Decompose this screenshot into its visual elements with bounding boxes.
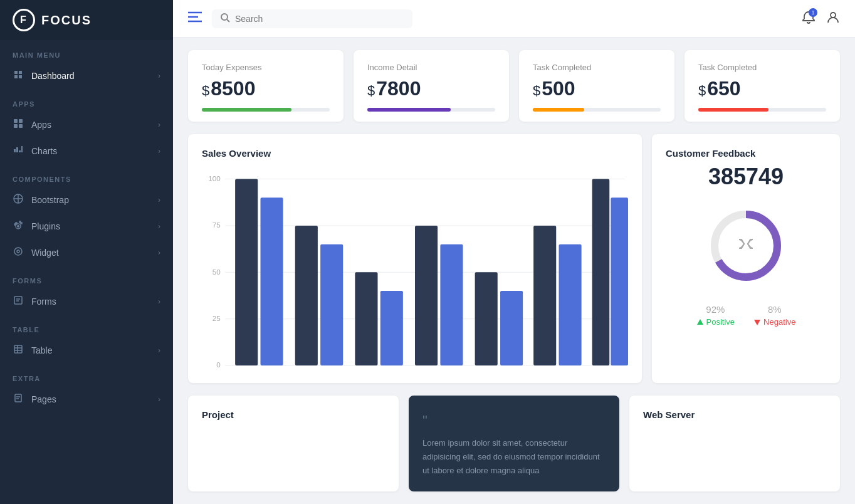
sidebar-item-widget[interactable]: Widget › <box>0 239 173 266</box>
sidebar-label-plugins: Plugins <box>31 221 60 231</box>
apps-label: APPS <box>0 89 173 112</box>
apps-icon <box>13 118 24 131</box>
positive-pct: 92% <box>706 304 725 315</box>
donut-chart <box>705 205 787 286</box>
stat-card-title-2: Task Completed <box>533 63 661 72</box>
chevron-icon: › <box>158 71 160 80</box>
svg-marker-45 <box>697 319 703 325</box>
svg-point-23 <box>221 14 228 20</box>
quote-text: Lorem ipsum dolor sit amet, consectetur … <box>422 436 606 478</box>
widget-icon <box>13 246 24 259</box>
sidebar-item-table[interactable]: Table › <box>0 337 173 364</box>
progress-bar-2 <box>533 108 661 112</box>
chevron-icon: › <box>158 346 160 355</box>
sidebar-label-charts: Charts <box>31 146 57 156</box>
svg-text:0: 0 <box>216 360 221 369</box>
bar-blue-2 <box>380 291 403 365</box>
svg-rect-2 <box>14 124 18 128</box>
negative-label: Negative <box>753 317 795 327</box>
svg-point-9 <box>17 250 19 253</box>
stat-card-value-0: $8500 <box>202 77 330 100</box>
bar-blue-3 <box>440 244 463 365</box>
components-label: COMPONENTS <box>0 164 173 187</box>
chevron-icon: › <box>158 248 160 257</box>
extra-label: EXTRA <box>0 364 173 386</box>
bar-dark-0 <box>235 179 258 366</box>
sidebar-label-dashboard: Dashboard <box>31 71 75 81</box>
svg-rect-1 <box>19 119 23 123</box>
svg-marker-46 <box>754 320 760 325</box>
plugins-icon <box>13 220 24 233</box>
stat-card-value-3: $650 <box>698 77 826 100</box>
user-profile-button[interactable] <box>826 11 840 27</box>
stat-card-value-2: $500 <box>533 77 661 100</box>
bar-dark-4 <box>475 272 498 365</box>
bootstrap-icon <box>13 194 24 206</box>
bar-dark-3 <box>415 226 438 365</box>
main-menu-label: MAIN MENU <box>0 40 173 63</box>
server-card: Web Server <box>629 396 840 491</box>
feedback-stats: 92% Positive 8% Negative <box>696 304 796 327</box>
sidebar-item-forms[interactable]: Forms › <box>0 288 173 315</box>
sidebar-label-forms: Forms <box>31 297 56 307</box>
svg-point-25 <box>831 13 836 18</box>
customer-feedback-card: Customer Feedback 385749 <box>652 134 840 383</box>
bar-chart-svg: 100 75 50 25 0 <box>202 169 628 369</box>
sales-overview-title: Sales Overview <box>202 148 628 159</box>
sidebar: F FOCUS MAIN MENU Dashboard › APPS Apps … <box>0 0 173 504</box>
quote-card: " Lorem ipsum dolor sit amet, consectetu… <box>409 396 619 491</box>
bar-dark-5 <box>533 226 556 365</box>
stat-card-income-detail: Income Detail $7800 <box>354 50 509 122</box>
svg-rect-0 <box>14 119 18 123</box>
stat-card-title-0: Today Expenses <box>202 63 330 72</box>
sidebar-item-bootstrap[interactable]: Bootstrap › <box>0 187 173 213</box>
search-bar[interactable] <box>212 9 412 28</box>
bar-dark-6 <box>592 179 610 366</box>
header: 1 <box>173 0 855 38</box>
positive-label: Positive <box>696 317 735 327</box>
logo-name: FOCUS <box>41 13 92 28</box>
bar-blue-5 <box>559 244 582 365</box>
header-right: 1 <box>802 11 840 27</box>
chevron-icon: › <box>158 196 160 204</box>
search-input[interactable] <box>235 14 404 24</box>
sidebar-label-bootstrap: Bootstrap <box>31 195 69 205</box>
svg-text:75: 75 <box>212 221 221 229</box>
chevron-icon: › <box>158 395 160 404</box>
progress-fill-1 <box>367 108 451 112</box>
pages-icon <box>13 393 24 406</box>
progress-bar-3 <box>698 108 826 112</box>
sidebar-label-apps: Apps <box>31 120 51 130</box>
sidebar-label-widget: Widget <box>31 248 59 258</box>
bar-dark-1 <box>295 226 318 365</box>
dashboard-icon <box>13 70 24 82</box>
sidebar-label-table: Table <box>31 345 52 355</box>
notification-badge: 1 <box>809 8 817 17</box>
forms-icon <box>13 295 24 308</box>
hamburger-button[interactable] <box>188 11 202 26</box>
negative-stat: 8% Negative <box>753 304 795 327</box>
svg-line-24 <box>227 19 229 22</box>
charts-icon <box>13 145 24 157</box>
mid-row: Sales Overview 100 75 50 25 0 <box>188 134 840 383</box>
sidebar-label-pages: Pages <box>31 394 56 404</box>
logo-icon: F <box>13 9 35 31</box>
main-area: 1 Today Expenses $8500 Income Detail <box>173 0 855 504</box>
svg-rect-3 <box>19 124 23 128</box>
sidebar-item-pages[interactable]: Pages › <box>0 386 173 412</box>
table-icon <box>13 344 24 357</box>
sidebar-item-apps[interactable]: Apps › <box>0 112 173 138</box>
bottom-row: Project " Lorem ipsum dolor sit amet, co… <box>188 396 840 491</box>
sales-overview-card: Sales Overview 100 75 50 25 0 <box>188 134 642 383</box>
feedback-number: 385749 <box>708 164 784 190</box>
sidebar-item-charts[interactable]: Charts › <box>0 138 173 164</box>
progress-fill-2 <box>533 108 584 112</box>
feedback-title: Customer Feedback <box>666 148 755 159</box>
notification-button[interactable]: 1 <box>802 11 815 27</box>
project-card: Project <box>188 396 399 491</box>
svg-text:50: 50 <box>212 268 221 276</box>
sidebar-item-plugins[interactable]: Plugins › <box>0 213 173 239</box>
sidebar-item-dashboard[interactable]: Dashboard › <box>0 63 173 89</box>
chevron-icon: › <box>158 120 160 129</box>
quote-icon: " <box>422 409 606 431</box>
